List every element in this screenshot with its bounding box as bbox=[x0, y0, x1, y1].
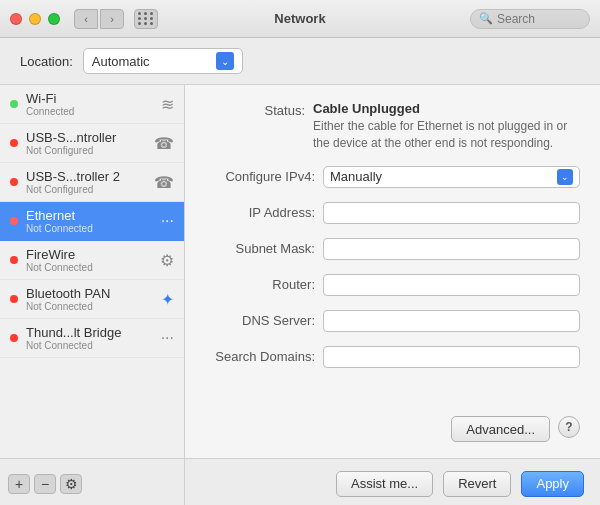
window-title: Network bbox=[274, 11, 325, 26]
titlebar: ‹ › Network 🔍 bbox=[0, 0, 600, 38]
dns-server-input[interactable] bbox=[323, 310, 580, 332]
sidebar-item-thunderbolt[interactable]: Thund...lt Bridge Not Connected ··· bbox=[0, 319, 184, 358]
assist-me-button[interactable]: Assist me... bbox=[336, 471, 433, 497]
location-value: Automatic bbox=[92, 54, 210, 69]
sidebar-usb1-status: Not Configured bbox=[26, 145, 146, 156]
location-bar: Location: Automatic ⌄ bbox=[0, 38, 600, 85]
search-icon: 🔍 bbox=[479, 12, 493, 25]
sidebar-bluetooth-status: Not Connected bbox=[26, 301, 153, 312]
search-domains-input[interactable] bbox=[323, 346, 580, 368]
sidebar-wifi-name: Wi-Fi bbox=[26, 91, 153, 106]
close-button[interactable] bbox=[10, 13, 22, 25]
usb1-icon: ☎ bbox=[154, 134, 174, 153]
status-dot-ethernet bbox=[10, 217, 18, 225]
sidebar-item-wifi[interactable]: Wi-Fi Connected ≋ bbox=[0, 85, 184, 124]
status-dot-firewire bbox=[10, 256, 18, 264]
sidebar-thunderbolt-status: Not Connected bbox=[26, 340, 153, 351]
search-box[interactable]: 🔍 bbox=[470, 9, 590, 29]
apply-button[interactable]: Apply bbox=[521, 471, 584, 497]
sidebar-usb2-name: USB-S...troller 2 bbox=[26, 169, 146, 184]
main-content: Wi-Fi Connected ≋ USB-S...ntroller Not C… bbox=[0, 85, 600, 458]
revert-button[interactable]: Revert bbox=[443, 471, 511, 497]
sidebar-ethernet-status: Not Connected bbox=[26, 223, 153, 234]
back-button[interactable]: ‹ bbox=[74, 9, 98, 29]
wifi-icon: ≋ bbox=[161, 95, 174, 114]
sidebar-item-ethernet[interactable]: Ethernet Not Connected ··· bbox=[0, 202, 184, 241]
subnet-mask-label: Subnet Mask: bbox=[205, 241, 315, 256]
dns-server-label: DNS Server: bbox=[205, 313, 315, 328]
configure-ipv4-value: Manually bbox=[330, 169, 551, 184]
ip-address-row: IP Address: bbox=[205, 202, 580, 224]
forward-button[interactable]: › bbox=[100, 9, 124, 29]
search-domains-row: Search Domains: bbox=[205, 346, 580, 368]
status-dot-thunderbolt bbox=[10, 334, 18, 342]
firewire-icon: ⚙ bbox=[160, 251, 174, 270]
router-row: Router: bbox=[205, 274, 580, 296]
settings-button[interactable]: ⚙ bbox=[60, 474, 82, 494]
sidebar-ethernet-name: Ethernet bbox=[26, 208, 153, 223]
advanced-button[interactable]: Advanced... bbox=[451, 416, 550, 442]
configure-ipv4-select[interactable]: Manually ⌄ bbox=[323, 166, 580, 188]
sidebar-firewire-status: Not Connected bbox=[26, 262, 152, 273]
nav-buttons: ‹ › bbox=[74, 9, 124, 29]
dns-server-row: DNS Server: bbox=[205, 310, 580, 332]
subnet-mask-input[interactable] bbox=[323, 238, 580, 260]
status-label: Status: bbox=[205, 101, 305, 152]
thunderbolt-icon: ··· bbox=[161, 329, 174, 347]
search-input[interactable] bbox=[497, 12, 577, 26]
status-dot-usb1 bbox=[10, 139, 18, 147]
configure-ipv4-label: Configure IPv4: bbox=[205, 169, 315, 184]
sidebar-thunderbolt-name: Thund...lt Bridge bbox=[26, 325, 153, 340]
location-select-arrow: ⌄ bbox=[216, 52, 234, 70]
ipv4-select-arrow: ⌄ bbox=[557, 169, 573, 185]
status-dot-wifi bbox=[10, 100, 18, 108]
window-controls bbox=[10, 13, 60, 25]
sidebar-usb1-name: USB-S...ntroller bbox=[26, 130, 146, 145]
bottom-right-buttons: Assist me... Revert Apply bbox=[185, 471, 600, 497]
sidebar-wifi-status: Connected bbox=[26, 106, 153, 117]
sidebar-firewire-name: FireWire bbox=[26, 247, 152, 262]
right-panel: Status: Cable Unplugged Either the cable… bbox=[185, 85, 600, 458]
router-input[interactable] bbox=[323, 274, 580, 296]
sidebar-bottom-toolbar: + − ⚙ bbox=[0, 459, 185, 505]
sidebar-usb2-status: Not Configured bbox=[26, 184, 146, 195]
router-label: Router: bbox=[205, 277, 315, 292]
sidebar-item-usb1[interactable]: USB-S...ntroller Not Configured ☎ bbox=[0, 124, 184, 163]
status-info: Cable Unplugged Either the cable for Eth… bbox=[313, 101, 580, 152]
apps-button[interactable] bbox=[134, 9, 158, 29]
configure-ipv4-row: Configure IPv4: Manually ⌄ bbox=[205, 166, 580, 188]
search-domains-label: Search Domains: bbox=[205, 349, 315, 364]
sidebar: Wi-Fi Connected ≋ USB-S...ntroller Not C… bbox=[0, 85, 185, 458]
help-button[interactable]: ? bbox=[558, 416, 580, 438]
remove-button[interactable]: − bbox=[34, 474, 56, 494]
sidebar-item-bluetooth[interactable]: Bluetooth PAN Not Connected ✦ bbox=[0, 280, 184, 319]
ip-address-input[interactable] bbox=[323, 202, 580, 224]
status-value: Cable Unplugged bbox=[313, 101, 580, 116]
bottom-bar: + − ⚙ Assist me... Revert Apply bbox=[0, 458, 600, 505]
subnet-mask-row: Subnet Mask: bbox=[205, 238, 580, 260]
status-dot-bluetooth bbox=[10, 295, 18, 303]
sidebar-item-firewire[interactable]: FireWire Not Connected ⚙ bbox=[0, 241, 184, 280]
panel-bottom-buttons: Advanced... ? bbox=[205, 406, 580, 442]
ip-address-label: IP Address: bbox=[205, 205, 315, 220]
add-button[interactable]: + bbox=[8, 474, 30, 494]
maximize-button[interactable] bbox=[48, 13, 60, 25]
usb2-icon: ☎ bbox=[154, 173, 174, 192]
status-dot-usb2 bbox=[10, 178, 18, 186]
apps-grid-icon bbox=[138, 12, 154, 25]
ethernet-icon: ··· bbox=[161, 212, 174, 230]
sidebar-bluetooth-name: Bluetooth PAN bbox=[26, 286, 153, 301]
status-section: Status: Cable Unplugged Either the cable… bbox=[205, 101, 580, 152]
location-select[interactable]: Automatic ⌄ bbox=[83, 48, 243, 74]
bluetooth-icon: ✦ bbox=[161, 290, 174, 309]
location-label: Location: bbox=[20, 54, 73, 69]
sidebar-item-usb2[interactable]: USB-S...troller 2 Not Configured ☎ bbox=[0, 163, 184, 202]
minimize-button[interactable] bbox=[29, 13, 41, 25]
status-desc: Either the cable for Ethernet is not plu… bbox=[313, 118, 580, 152]
